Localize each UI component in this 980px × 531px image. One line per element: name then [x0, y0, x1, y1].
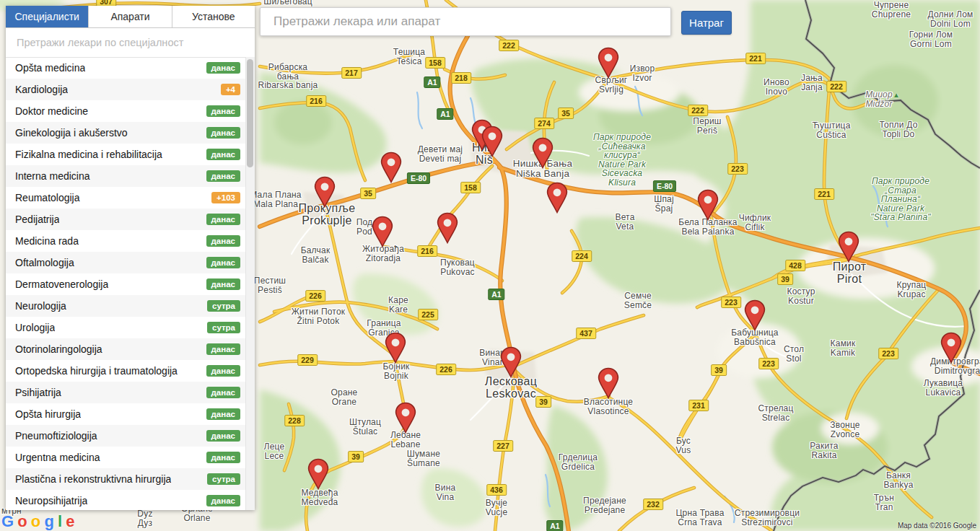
- map-pin-icon[interactable]: [380, 152, 403, 183]
- map-place-label: ШтулацŠtulac: [349, 418, 381, 436]
- specialty-list-item[interactable]: Opšta medicina данас: [6, 57, 246, 79]
- specialty-list-item[interactable]: Fizikalna medicina i rehabilitacija дана…: [6, 144, 246, 165]
- road-number-badge: 229: [297, 354, 318, 366]
- availability-badge: сутра: [207, 322, 240, 333]
- road-number-badge: A1: [437, 108, 453, 120]
- road-number-badge: 437: [576, 328, 596, 339]
- google-logo-letter: o: [31, 512, 40, 530]
- availability-badge: данас: [206, 430, 240, 442]
- availability-badge: данас: [206, 365, 240, 377]
- road-number-badge: 39: [348, 451, 364, 462]
- tab-specialists[interactable]: Специјалисти: [6, 6, 89, 27]
- road-number-badge: 221: [814, 188, 834, 200]
- map-pin-icon[interactable]: [371, 216, 394, 247]
- map-place-label: ТешицаTešica: [393, 48, 425, 66]
- sidebar-search-input[interactable]: [15, 36, 245, 49]
- specialty-list-item[interactable]: Pedijatrija данас: [6, 209, 246, 230]
- tab-institutions[interactable]: Установе: [172, 6, 255, 27]
- road-number-badge: 223: [727, 163, 748, 175]
- map-pin-icon[interactable]: [743, 299, 766, 331]
- map-pin-icon[interactable]: [436, 212, 459, 244]
- specialty-list-item[interactable]: Psihijatrija данас: [6, 382, 246, 403]
- top-search-input[interactable]: [272, 14, 659, 30]
- road-number-badge: 226: [305, 290, 325, 302]
- map-place-label: Девети мајDeveti maj: [418, 145, 463, 163]
- map-pin-icon[interactable]: [531, 137, 554, 169]
- specialty-name: Opšta medicina: [15, 62, 85, 74]
- availability-badge: сутра: [207, 300, 240, 312]
- map-pin-icon[interactable]: [837, 231, 860, 263]
- specialty-list-item[interactable]: Otorinolaringologija данас: [6, 338, 246, 360]
- map-place-label: КрупацKrupac: [897, 281, 927, 299]
- map-place-label: ВласотинцеVlasotince: [584, 398, 633, 416]
- map-place-label: ПеришPeriš: [693, 117, 721, 135]
- top-search-box: [260, 7, 671, 36]
- specialty-name: Psihijatrija: [15, 387, 61, 398]
- specialty-list-item[interactable]: Reumatologija +103: [6, 187, 246, 209]
- availability-badge: +4: [221, 84, 240, 95]
- map-place-label: Житни ПотокŽitni Potok: [292, 307, 345, 325]
- specialty-list-item[interactable]: Dermatovenerologija данас: [6, 273, 246, 295]
- specialty-name: Urologija: [15, 322, 55, 333]
- map-place-label: Горни ЛомGorni Lom: [909, 30, 953, 48]
- sidebar-panel: Специјалисти Апарати Установе Opšta medi…: [6, 6, 255, 510]
- scrollbar-track[interactable]: [245, 57, 255, 510]
- road-number-badge: 436: [486, 484, 507, 496]
- availability-badge: данас: [206, 170, 240, 182]
- specialty-name: Opšta hirurgija: [15, 408, 81, 420]
- specialty-list-item[interactable]: Urgentna medicina данас: [6, 447, 246, 468]
- map-pin-icon[interactable]: [481, 126, 504, 157]
- map-place-label: БојникBojnik: [383, 362, 410, 380]
- map-pin-icon[interactable]: [546, 182, 569, 214]
- google-logo[interactable]: G o o g l e: [1, 512, 74, 531]
- map-pin-icon[interactable]: [499, 346, 522, 378]
- specialty-list-item[interactable]: Interna medicina данас: [6, 165, 246, 187]
- road-number-badge: E-80: [653, 180, 676, 192]
- map-place-label: Парк природе„Сићевачкаклисура“Nature Par…: [593, 133, 651, 187]
- map-place-label: КамикKamik: [831, 339, 856, 357]
- tab-devices[interactable]: Апарати: [89, 6, 172, 27]
- specialty-list-item[interactable]: Ortopedska hirurgija i traumatologija да…: [6, 360, 246, 382]
- availability-badge: данас: [206, 495, 240, 506]
- map-place-label: МедвеђаMedveđa: [301, 488, 338, 506]
- map-place-label: ЈањаJanja: [801, 74, 823, 92]
- specialty-list-item[interactable]: Oftalmologija данас: [6, 252, 246, 273]
- road-number-badge: 158: [460, 182, 481, 193]
- road-number-badge: 223: [758, 358, 779, 369]
- map-pin-icon[interactable]: [696, 189, 719, 221]
- map-pin-icon[interactable]: [394, 402, 417, 434]
- sidebar-search-box: [6, 28, 255, 58]
- map-place-label: ВучјеVucje: [486, 499, 508, 517]
- availability-badge: данас: [206, 257, 240, 268]
- map-place-label: Шиљеговац: [263, 0, 312, 6]
- specialty-list-item[interactable]: Opšta hirurgija данас: [6, 403, 246, 425]
- map-pin-icon[interactable]: [940, 332, 963, 364]
- map-pin-icon[interactable]: [597, 47, 620, 79]
- specialty-list-item[interactable]: Neuropsihijatrija данас: [6, 490, 246, 510]
- availability-badge: данас: [206, 343, 240, 355]
- scrollbar-thumb[interactable]: [247, 59, 253, 167]
- specialty-list-item[interactable]: Urologija сутра: [6, 317, 246, 338]
- specialty-list-item[interactable]: Pneumoftiziologija данас: [6, 425, 246, 447]
- specialty-list-item[interactable]: Neurologija сутра: [6, 295, 246, 317]
- road-number-badge: 39: [711, 364, 727, 376]
- map-place-label: Мала ПланаMala Plana: [250, 190, 301, 209]
- map-place-label: ПиротPirot: [833, 261, 867, 285]
- specialty-list-item[interactable]: Kardiologija +4: [6, 79, 246, 100]
- specialty-name: Neurologija: [15, 300, 66, 312]
- specialty-name: Fizikalna medicina i rehabilitacija: [15, 149, 162, 160]
- specialty-list-item[interactable]: Medicina rada данас: [6, 230, 246, 252]
- road-number-badge: 39: [535, 396, 551, 408]
- map-pin-icon[interactable]: [384, 332, 407, 364]
- availability-badge: данас: [206, 235, 240, 247]
- specialty-list-item[interactable]: Doktor medicine данас: [6, 100, 246, 122]
- map-place-label: ПодPod: [356, 218, 373, 236]
- specialty-list-item[interactable]: Plastična i rekonstruktivna hirurgija су…: [6, 468, 246, 490]
- specialty-name: Pneumoftiziologija: [15, 430, 97, 442]
- availability-badge: данас: [206, 127, 240, 139]
- map-pin-icon[interactable]: [307, 458, 330, 490]
- specialty-list-item[interactable]: Ginekologija i akušerstvo данас: [6, 122, 246, 144]
- map-pin-icon[interactable]: [597, 367, 620, 399]
- back-button[interactable]: Натраг: [681, 11, 732, 35]
- map-pin-icon[interactable]: [313, 176, 336, 208]
